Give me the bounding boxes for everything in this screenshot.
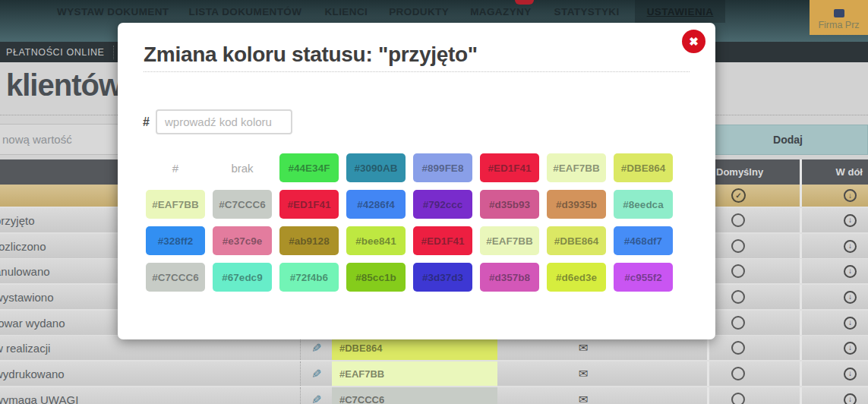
- table-row: wymaga UWAGI ✎ #C7CCC6 ✉ ↓: [0, 387, 868, 404]
- nav-item-ustawienia[interactable]: USTAWIENIA: [635, 0, 726, 23]
- default-radio[interactable]: [707, 234, 800, 258]
- default-radio[interactable]: [707, 361, 800, 386]
- table-row: wydrukowano ✎ #EAF7BB ✉ ↓: [0, 361, 868, 387]
- color-swatch[interactable]: #C7CCC6: [213, 190, 272, 219]
- move-down-button[interactable]: ↓: [800, 311, 868, 335]
- default-radio[interactable]: [707, 336, 800, 360]
- color-swatch[interactable]: #3090AB: [346, 153, 406, 182]
- color-swatch[interactable]: #85cc1b: [346, 263, 406, 292]
- color-swatch[interactable]: #899FE8: [413, 153, 472, 182]
- color-swatch[interactable]: #EAF7BB: [547, 153, 606, 182]
- subnav-divider: [113, 46, 114, 59]
- company-menu[interactable]: Firma Prz: [810, 0, 868, 35]
- default-radio[interactable]: [707, 387, 800, 404]
- color-swatch[interactable]: #DBE864: [614, 153, 673, 182]
- default-radio[interactable]: [707, 311, 800, 335]
- status-label: wydrukowano: [0, 361, 295, 386]
- status-label: wymaga UWAGI: [0, 387, 295, 404]
- color-swatch[interactable]: #44E34F: [279, 153, 339, 182]
- color-swatch[interactable]: #e37c9e: [213, 226, 272, 255]
- default-radio[interactable]: [707, 208, 800, 232]
- table-row: w realizacji ✎ #DBE864 ✉ ↓: [0, 336, 868, 361]
- color-swatch[interactable]: #328ff2: [146, 226, 205, 255]
- page-title: klientów: [6, 68, 122, 103]
- move-down-button[interactable]: ↓: [800, 185, 868, 207]
- default-radio[interactable]: [707, 259, 800, 283]
- status-color-cell[interactable]: #EAF7BB: [332, 361, 497, 386]
- color-swatch[interactable]: #792ccc: [413, 190, 472, 219]
- palette-hash-cell: #: [146, 153, 205, 182]
- move-down-button[interactable]: ↓: [800, 285, 868, 309]
- add-button[interactable]: Dodaj: [708, 125, 868, 155]
- default-radio-checked[interactable]: ✓: [707, 185, 800, 207]
- color-swatch[interactable]: #8eedca: [614, 190, 673, 219]
- edit-pencil-icon[interactable]: ✎: [300, 387, 333, 404]
- notification-badge: [515, 0, 534, 5]
- hash-prefix-label: #: [143, 115, 150, 129]
- change-status-color-modal: Zmiana koloru statusu: "przyjęto" ✖ # # …: [118, 23, 715, 339]
- move-down-button[interactable]: ↓: [800, 259, 868, 283]
- edit-pencil-icon[interactable]: ✎: [300, 361, 333, 386]
- palette-none-option[interactable]: brak: [213, 153, 272, 182]
- move-down-button[interactable]: ↓: [800, 234, 868, 258]
- move-down-button[interactable]: ↓: [800, 361, 868, 386]
- main-menu: WYSTAW DOKUMENT LISTA DOKUMENTÓW KLIENCI…: [0, 0, 868, 23]
- color-swatch[interactable]: #67edc9: [213, 263, 272, 292]
- move-down-button[interactable]: ↓: [800, 387, 868, 404]
- column-header-default: Domyślny: [707, 159, 800, 185]
- color-swatch[interactable]: #EAF7BB: [480, 226, 539, 255]
- color-swatch[interactable]: #C7CCC6: [146, 263, 205, 292]
- status-color-cell[interactable]: #C7CCC6: [332, 387, 497, 404]
- color-swatch[interactable]: #bee841: [346, 226, 406, 255]
- company-name: Firma Prz: [818, 20, 859, 30]
- color-swatch[interactable]: #72f4b6: [279, 263, 339, 292]
- color-swatch[interactable]: #d3935b: [547, 190, 606, 219]
- nav-item-klienci[interactable]: KLIENCI: [324, 6, 368, 17]
- nav-item-statystyki[interactable]: STATYSTYKI: [554, 6, 620, 17]
- close-icon[interactable]: ✖: [682, 30, 705, 53]
- default-radio[interactable]: [707, 285, 800, 309]
- color-swatch[interactable]: #ED1F41: [413, 226, 472, 255]
- color-palette: # brak #44E34F #3090AB #899FE8 #ED1F41 #…: [146, 153, 673, 292]
- nav-item-magazyny[interactable]: MAGAZYNY: [470, 6, 531, 17]
- envelope-icon[interactable]: ✉: [562, 387, 604, 404]
- modal-title: Zmiana koloru statusu: "przyjęto": [144, 43, 478, 67]
- nav-item-lista-dokumentow[interactable]: LISTA DOKUMENTÓW: [189, 6, 302, 17]
- color-swatch[interactable]: #d6ed3e: [547, 263, 606, 292]
- color-swatch[interactable]: #d357b8: [480, 263, 539, 292]
- envelope-icon[interactable]: ✉: [562, 361, 604, 386]
- move-down-button[interactable]: ↓: [800, 208, 868, 232]
- color-swatch[interactable]: #d35b93: [480, 190, 539, 219]
- column-header-down: W dół: [800, 159, 868, 185]
- color-swatch[interactable]: #c955f2: [614, 263, 673, 292]
- color-swatch[interactable]: #EAF7BB: [146, 190, 205, 219]
- modal-title-divider: [144, 71, 690, 72]
- move-down-button[interactable]: ↓: [800, 336, 868, 360]
- company-icon: [834, 9, 844, 17]
- color-swatch[interactable]: #ED1F41: [279, 190, 339, 219]
- color-swatch[interactable]: #468df7: [614, 226, 673, 255]
- color-swatch[interactable]: #3d37d3: [413, 263, 472, 292]
- app-window: WYSTAW DOKUMENT LISTA DOKUMENTÓW KLIENCI…: [0, 0, 868, 404]
- color-swatch[interactable]: #ED1F41: [480, 153, 539, 182]
- color-code-input[interactable]: [156, 109, 292, 134]
- color-swatch[interactable]: #ab9128: [279, 226, 339, 255]
- nav-item-produkty[interactable]: PRODUKTY: [389, 6, 449, 17]
- color-swatch[interactable]: #4286f4: [346, 190, 406, 219]
- color-swatch[interactable]: #DBE864: [547, 226, 606, 255]
- subnav-item-platnosci-online[interactable]: PŁATNOŚCI ONLINE: [6, 47, 105, 58]
- nav-item-wystaw-dokument[interactable]: WYSTAW DOKUMENT: [57, 6, 169, 17]
